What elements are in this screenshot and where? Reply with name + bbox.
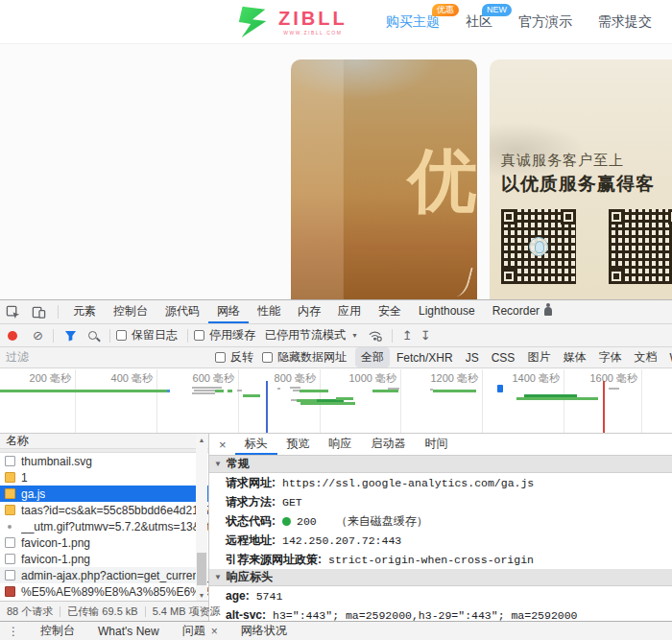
devtools-tab[interactable]: 控制台: [105, 300, 156, 323]
header-row: 引荐来源网址政策: strict-origin-when-cross-origi…: [209, 550, 672, 569]
header-value: 200: [297, 515, 317, 528]
request-name: favicon-1.png: [21, 536, 90, 550]
resources-size: 5.4 MB 项资源: [146, 606, 228, 617]
nav-label: 需求提交: [598, 13, 652, 29]
timeline-gridline: [400, 369, 401, 433]
filter-type-pill[interactable]: 图片: [521, 347, 556, 367]
filter-type-pill[interactable]: 文档: [628, 347, 662, 367]
devtools-tab[interactable]: 网络: [208, 300, 249, 323]
filter-type-pill[interactable]: 全部: [355, 347, 390, 367]
devtools-tab[interactable]: 性能: [249, 300, 289, 323]
hide-data-urls[interactable]: 隐藏数据网址: [262, 349, 347, 366]
zibll-logo-icon: [235, 4, 272, 40]
general-section-header[interactable]: ▼ 常规: [209, 456, 672, 473]
device-toolbar-icon[interactable]: [26, 300, 52, 323]
status-ok-icon: [282, 517, 291, 526]
request-row[interactable]: ga.js: [0, 486, 208, 502]
clear-icon[interactable]: ⊘: [29, 329, 47, 342]
timeline-tick-label: 200 毫秒: [2, 371, 71, 386]
filter-type-pill[interactable]: WS: [663, 349, 672, 367]
filter-icon[interactable]: [64, 330, 77, 342]
filter-type-pill[interactable]: Fetch/XHR: [391, 349, 459, 367]
header-row: 请求网址: https://ssl.google-analytics.com/g…: [209, 473, 672, 492]
name-column-header[interactable]: 名称: [0, 434, 208, 449]
detail-tab[interactable]: 标头: [235, 434, 277, 455]
filter-type-pill[interactable]: 媒体: [557, 347, 591, 367]
banner-service-card[interactable]: 真诚服务客户至上 以优质服务赢得客: [490, 59, 672, 299]
drawer-tab[interactable]: 网络状况: [229, 623, 299, 639]
detail-tabs: × 标头预览响应启动器时间: [209, 434, 672, 456]
site-logo[interactable]: ZIBLL WWW.ZIBLL.COM: [235, 4, 348, 40]
request-row[interactable]: thumbnail.svg: [0, 453, 208, 469]
kebab-menu-icon[interactable]: ⋮: [0, 625, 29, 638]
search-icon[interactable]: [88, 331, 97, 340]
header-value: h3=":443"; ma=2592000,h3-29=":443"; ma=2…: [273, 609, 577, 622]
request-row[interactable]: admin-ajax.php?action=get_current_user: [0, 567, 208, 583]
request-row[interactable]: favicon-1.png: [0, 534, 208, 551]
detail-tab[interactable]: 响应: [320, 434, 362, 455]
request-row[interactable]: taas?id=cs&ak=55c85bbdd6e4d21e72786: [0, 502, 208, 518]
header-key: alt-svc:: [226, 608, 266, 621]
waterfall-bar: [300, 390, 328, 392]
nav-item[interactable]: 需求提交: [598, 13, 652, 31]
drawer-tab[interactable]: 问题 ×: [171, 623, 229, 639]
waterfall-bar: [167, 390, 170, 392]
network-conditions-icon[interactable]: [368, 329, 382, 342]
nav-item[interactable]: 社区 NEW: [466, 13, 492, 31]
request-row[interactable]: favicon-1.png: [0, 551, 208, 567]
preserve-log-label[interactable]: 保留日志: [132, 327, 178, 344]
close-icon[interactable]: ×: [211, 625, 218, 638]
devtools-tab[interactable]: 内存: [289, 300, 329, 323]
nav-badge: NEW: [482, 4, 512, 16]
detail-tab[interactable]: 时间: [416, 434, 458, 455]
header-value-suffix: （来自磁盘缓存）: [336, 513, 428, 530]
devtools-tab[interactable]: 源代码: [156, 300, 208, 323]
response-headers-section-header[interactable]: ▼ 响应标头: [209, 569, 672, 586]
drawer-tab[interactable]: What's New: [86, 623, 171, 639]
banner-sunset[interactable]: 优: [291, 59, 477, 299]
disable-cache-checkbox[interactable]: [194, 330, 204, 341]
dom-content-loaded-line: [266, 381, 268, 433]
record-icon[interactable]: [8, 331, 17, 341]
request-name: ga.js: [21, 487, 45, 501]
request-type-icon: [5, 537, 15, 548]
close-icon[interactable]: ×: [209, 434, 235, 455]
network-toolbar: ⊘ 保留日志 停用缓存 已停用节流模式 ▼ ↥ ↧: [0, 324, 672, 347]
request-row[interactable]: __utm.gif?utmwv=5.7.2&utms=13&utmn.: [0, 518, 208, 534]
import-har-icon[interactable]: ↥: [398, 329, 417, 342]
devtools-tab[interactable]: 元素: [64, 300, 105, 323]
detail-tab[interactable]: 启动器: [362, 434, 416, 455]
request-list-scrollbar[interactable]: ▲ ▼: [196, 434, 207, 601]
scroll-down-icon[interactable]: ▼: [199, 589, 205, 601]
invert-filter[interactable]: 反转: [215, 349, 253, 366]
request-row[interactable]: %E5%AE%89%E8%A3%85%E6%95%99%E7%A8%8B: [0, 583, 208, 600]
devtools-tab[interactable]: 安全: [370, 300, 410, 323]
drawer-tab[interactable]: 控制台: [29, 623, 86, 639]
devtools-tab[interactable]: Lighthouse: [410, 300, 484, 323]
preserve-log-checkbox[interactable]: [116, 330, 127, 341]
nav-item[interactable]: 官方演示: [518, 13, 572, 31]
devtools-tab[interactable]: 应用: [329, 300, 370, 323]
timeline-gridline: [238, 369, 239, 433]
inspect-element-icon[interactable]: [0, 300, 26, 323]
request-row[interactable]: 1: [0, 469, 208, 486]
waterfall-bar: [0, 390, 167, 392]
nav-item[interactable]: 购买主题 优惠: [386, 13, 440, 31]
scrollbar-thumb[interactable]: [197, 553, 206, 585]
timeline-gridline: [641, 369, 642, 433]
detail-tab[interactable]: 预览: [277, 434, 320, 455]
timeline-tick-label: 1400 毫秒: [491, 371, 560, 386]
scroll-up-icon[interactable]: ▲: [199, 434, 205, 445]
filter-input[interactable]: 过滤: [6, 349, 215, 366]
export-har-icon[interactable]: ↧: [417, 329, 435, 342]
request-name: 1: [21, 471, 28, 485]
waterfall-bar: [243, 394, 260, 397]
triangle-down-icon: ▼: [214, 460, 222, 468]
throttling-select[interactable]: 已停用节流模式 ▼: [265, 327, 358, 344]
network-overview[interactable]: 200 毫秒400 毫秒600 毫秒800 毫秒1000 毫秒1200 毫秒14…: [0, 368, 672, 434]
filter-type-pill[interactable]: JS: [460, 349, 485, 367]
disable-cache-label[interactable]: 停用缓存: [209, 327, 255, 344]
devtools-tab[interactable]: Recorder: [484, 300, 561, 323]
filter-type-pill[interactable]: 字体: [592, 347, 627, 367]
filter-type-pill[interactable]: CSS: [486, 349, 521, 367]
